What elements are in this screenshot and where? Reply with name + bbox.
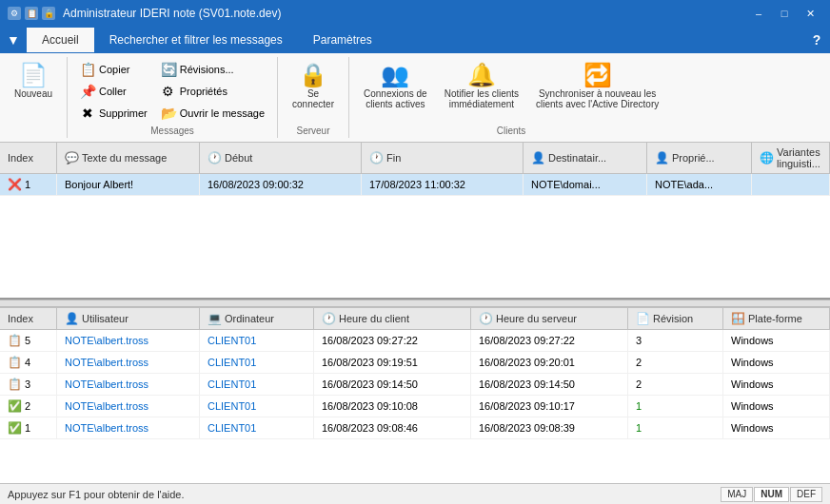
statusbar-help-text: Appuyez sur F1 pour obtenir de l'aide. xyxy=(8,489,185,500)
th2-index[interactable]: Index xyxy=(0,308,57,329)
tab-parametres[interactable]: Paramètres xyxy=(298,28,387,52)
open-icon: 📂 xyxy=(161,106,176,121)
cell2-client-time: 16/08/2023 09:19:51 xyxy=(314,352,471,373)
active-connections-button[interactable]: 👥 Connexions declients actives xyxy=(357,59,434,114)
cell2-revision: 3 xyxy=(628,330,723,351)
notify-icon: 🔔 xyxy=(467,64,496,87)
copy-button[interactable]: 📋 Copier xyxy=(75,59,152,80)
th2-platform-label: Plate-forme xyxy=(748,313,802,324)
th2-index-label: Index xyxy=(8,313,33,324)
cell2-computer: CLIENT01 xyxy=(200,396,314,417)
cell2-client-time: 16/08/2023 09:27:22 xyxy=(314,330,471,351)
th-dest[interactable]: 👤 Destinatair... xyxy=(524,143,647,173)
th-prop-label: Proprié... xyxy=(672,152,715,164)
help-button[interactable]: ? xyxy=(803,27,830,53)
maximize-button[interactable]: □ xyxy=(772,4,797,23)
table-separator[interactable] xyxy=(0,300,830,307)
cell2-computer: CLIENT01 xyxy=(200,330,314,351)
close-button[interactable]: ✕ xyxy=(798,4,822,23)
connect-label: Seconnecter xyxy=(292,88,334,109)
nouveau-button[interactable]: 📄 Nouveau xyxy=(8,59,59,104)
table-row[interactable]: ❌ 1 Bonjour Albert! 16/08/2023 09:00:32 … xyxy=(0,174,830,196)
cell2-index: ✅ 2 xyxy=(0,396,57,417)
table-row[interactable]: 📋 3 NOTE\albert.tross CLIENT01 16/08/202… xyxy=(0,374,830,396)
tab-accueil[interactable]: Accueil xyxy=(27,28,94,52)
open-label: Ouvrir le message xyxy=(180,107,265,119)
message-icon: 💬 xyxy=(65,151,79,165)
table-row[interactable]: ✅ 1 NOTE\albert.tross CLIENT01 16/08/202… xyxy=(0,417,830,439)
clock-icon-3: 🕐 xyxy=(322,312,336,325)
top-table-body: ❌ 1 Bonjour Albert! 16/08/2023 09:00:32 … xyxy=(0,174,830,298)
cell2-user: NOTE\albert.tross xyxy=(57,396,200,417)
cell2-client-time: 16/08/2023 09:14:50 xyxy=(314,374,471,395)
delete-button[interactable]: ✖ Supprimer xyxy=(75,103,152,124)
open-message-button[interactable]: 📂 Ouvrir le message xyxy=(156,103,269,124)
lock-icon: 🔒 xyxy=(299,64,327,87)
th-start-label: Début xyxy=(225,152,252,164)
th2-server-time[interactable]: 🕐 Heure du serveur xyxy=(471,308,628,329)
cell2-index-val: 4 xyxy=(25,357,30,368)
th-start[interactable]: 🕐 Début xyxy=(200,143,362,173)
cell-text: Bonjour Albert! xyxy=(57,174,200,195)
cell2-platform: Windows xyxy=(723,417,830,438)
revisions-button[interactable]: 🔄 Révisions... xyxy=(156,59,269,80)
th2-user[interactable]: 👤 Utilisateur xyxy=(57,308,200,329)
th-index[interactable]: Index xyxy=(0,143,57,173)
th2-computer[interactable]: 💻 Ordinateur xyxy=(200,308,314,329)
paste-icon: 📌 xyxy=(80,84,95,99)
status-maj: MAJ xyxy=(721,487,753,502)
sync-button[interactable]: 🔁 Synchroniser à nouveau lesclients avec… xyxy=(529,59,665,114)
th2-revision[interactable]: 📄 Révision xyxy=(628,308,723,329)
tab-rechercher[interactable]: Rechercher et filtrer les messages xyxy=(94,28,298,52)
th-prop[interactable]: 👤 Proprié... xyxy=(647,143,752,173)
cell2-platform: Windows xyxy=(723,396,830,417)
paste-button[interactable]: 📌 Coller xyxy=(75,81,152,102)
delete-icon: ✖ xyxy=(80,106,95,121)
list-icon-2: 📋 xyxy=(8,356,22,369)
th-index-label: Index xyxy=(8,152,33,164)
clients-group-label: Clients xyxy=(497,126,526,136)
properties-button[interactable]: ⚙ Propriétés xyxy=(156,81,269,102)
nouveau-label: Nouveau xyxy=(14,88,52,99)
table-row[interactable]: ✅ 2 NOTE\albert.tross CLIENT01 16/08/202… xyxy=(0,396,830,417)
list-icon-3: 📋 xyxy=(8,378,22,391)
app-icon-1: ⚙ xyxy=(8,7,21,20)
paste-label: Coller xyxy=(99,86,127,97)
cell2-platform: Windows xyxy=(723,330,830,351)
th-variant[interactable]: 🌐 Variantes linguisti... xyxy=(752,143,830,173)
cell2-index-val: 3 xyxy=(25,378,30,390)
th-text[interactable]: 💬 Texte du message xyxy=(57,143,200,173)
list-icon-1: 📋 xyxy=(8,334,22,347)
copy-label: Copier xyxy=(99,64,129,75)
home-dropdown-button[interactable]: ▼ xyxy=(0,27,27,53)
top-table-area: Index 💬 Texte du message 🕐 Début 🕐 Fin 👤… xyxy=(0,143,830,300)
delete-label: Supprimer xyxy=(99,107,148,119)
notify-clients-button[interactable]: 🔔 Notifier les clientsimmédiatement xyxy=(438,59,525,114)
cell-start: 16/08/2023 09:00:32 xyxy=(200,174,362,195)
ribbon-content: 📄 Nouveau 📋 Copier 📌 Coller xyxy=(0,53,830,142)
copy-icon: 📋 xyxy=(80,62,95,77)
cell-end-value: 17/08/2023 11:00:32 xyxy=(369,179,465,190)
clock-icon-2: 🕐 xyxy=(369,151,384,165)
table-row[interactable]: 📋 5 NOTE\albert.tross CLIENT01 16/08/202… xyxy=(0,330,830,352)
window-controls: – □ ✕ xyxy=(746,4,822,23)
bottom-table-body: 📋 5 NOTE\albert.tross CLIENT01 16/08/202… xyxy=(0,330,830,483)
ribbon-group-clients: 👥 Connexions declients actives 🔔 Notifie… xyxy=(349,57,673,138)
cell-index: ❌ 1 xyxy=(0,174,57,195)
cell2-user: NOTE\albert.tross xyxy=(57,330,200,351)
minimize-button[interactable]: – xyxy=(746,4,771,23)
th2-computer-label: Ordinateur xyxy=(225,313,274,324)
user-icon-3: 👤 xyxy=(65,312,79,325)
messages-col-1: 📋 Copier 📌 Coller ✖ Supprimer xyxy=(75,59,152,124)
globe-icon: 🌐 xyxy=(760,151,774,165)
table-row[interactable]: 📋 4 NOTE\albert.tross CLIENT01 16/08/202… xyxy=(0,352,830,374)
th-end[interactable]: 🕐 Fin xyxy=(362,143,524,173)
th2-platform[interactable]: 🪟 Plate-forme xyxy=(723,308,830,329)
cell2-client-time: 16/08/2023 09:08:46 xyxy=(314,417,471,438)
th2-client-time[interactable]: 🕐 Heure du client xyxy=(314,308,471,329)
cell2-index-val: 2 xyxy=(25,400,30,412)
cell-index-value: 1 xyxy=(25,179,30,190)
cell2-client-time: 16/08/2023 09:10:08 xyxy=(314,396,471,417)
cell2-index: ✅ 1 xyxy=(0,417,57,438)
connect-button[interactable]: 🔒 Seconnecter xyxy=(286,59,341,114)
